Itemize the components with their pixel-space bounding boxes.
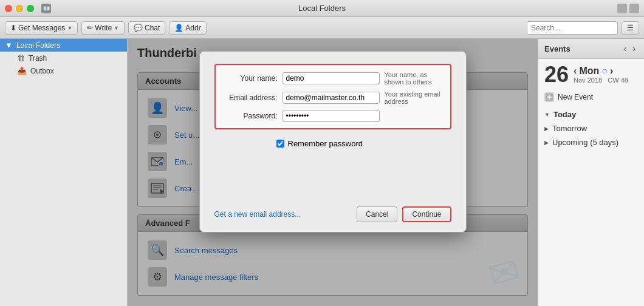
chat-button[interactable]: 💬 Chat — [128, 21, 165, 35]
modal-action-buttons: Cancel Continue — [357, 206, 451, 222]
sidebar-item-trash[interactable]: 🗑 Trash — [0, 52, 127, 64]
outbox-icon: 📤 — [17, 66, 27, 75]
email-label: Email address: — [223, 93, 278, 102]
modal-overlay: Your name: Your name, as shown to others… — [128, 39, 538, 306]
get-messages-icon: ⬇ — [10, 24, 16, 32]
address-book-button[interactable]: 👤 Addr — [169, 21, 206, 35]
calendar-info: ‹ Mon ○ › Nov 2018 CW 48 — [574, 66, 628, 84]
new-event-label: New Event — [558, 93, 593, 101]
password-field-row: Password: — [223, 110, 443, 122]
name-input[interactable] — [283, 72, 380, 84]
event-section-upcoming[interactable]: ▶ Upcoming (5 days) — [544, 135, 638, 149]
sidebar-trash-label: Trash — [29, 54, 47, 63]
email-field-row: Email address: Your existing email addre… — [223, 90, 443, 105]
write-arrow: ▼ — [114, 25, 119, 31]
events-header: Events ‹ › — [538, 39, 644, 59]
name-hint: Your name, as shown to others — [385, 71, 443, 86]
minimize-button[interactable] — [16, 5, 23, 12]
close-button[interactable] — [5, 5, 12, 12]
cancel-button[interactable]: Cancel — [357, 206, 397, 222]
menu-button[interactable]: ☰ — [622, 21, 639, 35]
name-label: Your name: — [223, 74, 278, 83]
app-icon: 📧 — [41, 4, 51, 13]
sidebar-item-local-folders[interactable]: ▼ Local Folders — [0, 39, 127, 52]
modal-fields-group: Your name: Your name, as shown to others… — [214, 64, 451, 129]
events-panel: Events ‹ › 26 ‹ Mon ○ › Nov 2018 — [538, 39, 644, 306]
account-setup-modal: Your name: Your name, as shown to others… — [199, 51, 467, 233]
today-label: Today — [553, 110, 576, 119]
event-section-today[interactable]: ▼ Today — [544, 107, 638, 121]
cal-dot: ○ — [601, 66, 608, 76]
cal-prev-icon[interactable]: ‹ — [574, 66, 577, 76]
trash-icon: 🗑 — [17, 53, 25, 63]
events-sections: ▼ Today ▶ Tomorrow ▶ Upcoming (5 days) — [538, 106, 644, 151]
window-control-2[interactable] — [629, 4, 639, 13]
window-title: Local Folders — [55, 4, 589, 13]
modal-footer: Get a new email address... Cancel Contin… — [214, 206, 451, 222]
window-control-1[interactable] — [617, 4, 627, 13]
email-input[interactable] — [283, 92, 380, 104]
new-event-icon — [544, 92, 554, 102]
chat-icon: 💬 — [134, 24, 143, 32]
events-next-button[interactable]: › — [630, 42, 638, 55]
sidebar: ▼ Local Folders 🗑 Trash 📤 Outbox — [0, 39, 128, 306]
calendar-date-row: 26 ‹ Mon ○ › Nov 2018 CW 48 — [538, 59, 644, 88]
tomorrow-expand-icon: ▶ — [544, 126, 549, 132]
sidebar-item-outbox[interactable]: 📤 Outbox — [0, 64, 127, 77]
address-book-icon: 👤 — [174, 24, 183, 32]
toolbar: ⬇ Get Messages ▼ ✏ Write ▼ 💬 Chat 👤 Addr… — [0, 17, 644, 39]
main-content: Thunderbi Accounts 👤 View... — [128, 39, 538, 306]
password-label: Password: — [223, 112, 278, 120]
events-title: Events — [544, 44, 570, 53]
cal-next-icon[interactable]: › — [610, 66, 613, 76]
get-new-email-button[interactable]: Get a new email address... — [214, 208, 310, 221]
password-input[interactable] — [283, 110, 380, 122]
email-hint: Your existing email address — [385, 90, 443, 105]
today-expand-icon: ▼ — [544, 112, 550, 118]
remember-password-row: Remember password — [214, 137, 451, 153]
address-book-label: Addr — [185, 24, 200, 32]
local-folders-icon: ▼ — [5, 41, 13, 50]
write-label: Write — [95, 24, 112, 32]
get-messages-arrow: ▼ — [67, 25, 72, 31]
events-nav: ‹ › — [622, 42, 638, 55]
remember-password-label[interactable]: Remember password — [288, 139, 363, 148]
chat-label: Chat — [145, 24, 160, 32]
titlebar: 📧 Local Folders — [0, 0, 644, 17]
maximize-button[interactable] — [27, 5, 34, 12]
get-messages-button[interactable]: ⬇ Get Messages ▼ — [5, 21, 78, 35]
write-icon: ✏ — [87, 24, 93, 32]
app-body: ▼ Local Folders 🗑 Trash 📤 Outbox Thunder… — [0, 39, 644, 306]
events-prev-button[interactable]: ‹ — [622, 42, 629, 55]
name-field-row: Your name: Your name, as shown to others — [223, 71, 443, 86]
sidebar-local-folders-label: Local Folders — [16, 41, 60, 50]
tomorrow-label: Tomorrow — [552, 124, 587, 133]
calendar-meta: Nov 2018 CW 48 — [574, 76, 628, 84]
new-event-button[interactable]: New Event — [544, 90, 638, 104]
upcoming-expand-icon: ▶ — [544, 140, 549, 146]
calendar-dow: ‹ Mon ○ › — [574, 66, 628, 76]
write-button[interactable]: ✏ Write ▼ — [81, 21, 125, 35]
calendar-day: 26 — [544, 64, 569, 86]
event-section-tomorrow[interactable]: ▶ Tomorrow — [544, 121, 638, 135]
remember-password-checkbox[interactable] — [276, 140, 284, 148]
upcoming-label: Upcoming (5 days) — [552, 138, 618, 147]
get-messages-label: Get Messages — [18, 24, 65, 32]
continue-button[interactable]: Continue — [402, 206, 451, 222]
sidebar-outbox-label: Outbox — [30, 67, 54, 75]
search-input[interactable] — [527, 21, 618, 35]
